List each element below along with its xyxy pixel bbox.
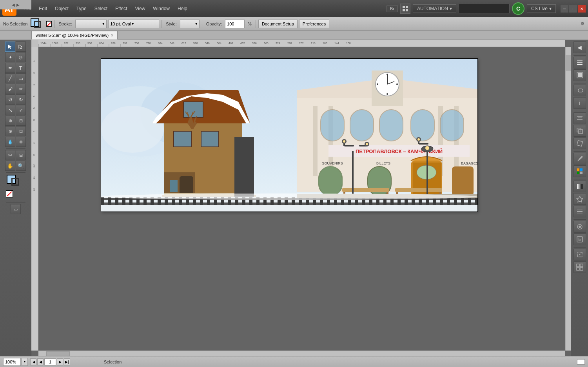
last-page-button[interactable]: ▶| <box>64 358 70 365</box>
stroke-color[interactable] <box>34 21 41 28</box>
color-button[interactable] <box>573 193 586 205</box>
search-input[interactable] <box>459 4 510 13</box>
warp-tool[interactable]: ⤢ <box>16 105 26 115</box>
cs-live-button[interactable]: CS Live ▾ <box>527 4 556 13</box>
window-controls: ─ □ ✕ <box>561 5 586 13</box>
line-tool[interactable]: ╱ <box>5 73 15 83</box>
width-tool[interactable]: ⊕ <box>5 116 15 126</box>
artboards-button[interactable] <box>573 69 586 81</box>
transform-each-button[interactable] <box>573 261 586 273</box>
svg-rect-72 <box>313 106 318 176</box>
maximize-button[interactable]: □ <box>569 5 577 13</box>
right-sep5 <box>573 179 586 179</box>
links-button[interactable] <box>573 85 586 96</box>
svg-text:6: 6 <box>33 119 35 121</box>
document-setup-button[interactable]: Document Setup <box>258 20 298 28</box>
graphic-styles-button[interactable]: fx <box>573 233 586 245</box>
selection-tool[interactable] <box>5 42 15 52</box>
minimize-button[interactable]: ─ <box>561 5 568 13</box>
paintbrush-tool[interactable]: 🖌 <box>5 84 15 94</box>
type-tool[interactable]: T <box>16 63 26 73</box>
none-swatch[interactable] <box>6 190 13 197</box>
reflect-tool[interactable]: ↻ <box>16 94 26 105</box>
appearance-button[interactable] <box>573 221 586 233</box>
direct-selection-tool[interactable] <box>16 42 26 52</box>
svg-text:540: 540 <box>205 42 210 45</box>
magic-wand-tool[interactable]: ✦ <box>5 52 15 62</box>
normal-screen-mode[interactable]: ▭ <box>11 204 21 214</box>
pen-tool[interactable]: ✒ <box>5 63 15 73</box>
page-input[interactable] <box>44 358 56 365</box>
svg-text:576: 576 <box>193 42 198 45</box>
svg-text:324: 324 <box>276 42 280 45</box>
svg-rect-195 <box>578 73 582 77</box>
panel-toggle[interactable]: ⚙ <box>579 20 586 28</box>
pencil-tool[interactable]: ✏ <box>16 84 26 94</box>
swatches-button[interactable] <box>573 165 586 177</box>
next-page-button[interactable]: ▶ <box>57 358 63 365</box>
opacity-input[interactable] <box>225 20 245 28</box>
svg-rect-119 <box>174 131 191 147</box>
pathfinder-button[interactable] <box>573 125 586 137</box>
layers-button[interactable] <box>573 57 586 69</box>
brushes-button[interactable] <box>573 153 586 165</box>
eyedropper-tool[interactable]: 💧 <box>5 137 15 147</box>
menu-type[interactable]: Type <box>73 4 91 13</box>
align-button[interactable] <box>573 112 586 124</box>
gradient-button[interactable] <box>573 181 586 192</box>
scrollbar-thumb-v[interactable] <box>566 55 571 71</box>
menu-window[interactable]: Window <box>149 4 174 13</box>
svg-rect-185 <box>454 197 457 205</box>
mesh-tool[interactable]: ⊞ <box>16 116 26 126</box>
expand-panel-button[interactable]: ◀ <box>573 42 586 53</box>
stroke-panel-button[interactable] <box>573 206 586 217</box>
menu-effect[interactable]: Effect <box>111 4 131 13</box>
brush-dropdown[interactable]: 10 pt. Oval▾ <box>108 20 159 28</box>
scale-tool[interactable]: ⤡ <box>5 105 15 115</box>
svg-rect-78 <box>379 110 403 141</box>
prev-page-button[interactable]: ◀ <box>37 358 44 365</box>
lasso-tool[interactable]: ◎ <box>16 52 26 62</box>
svg-rect-95 <box>342 188 389 192</box>
blend-tool[interactable]: ⊛ <box>5 126 15 136</box>
document-tab[interactable]: winter 5-2.ai* @ 100% (RGB/Preview) × <box>31 31 118 40</box>
menu-help[interactable]: Help <box>174 4 191 13</box>
left-tools-panel: ✦ ◎ ✒ T ╱ ▭ 🖌 ✏ <box>0 40 31 356</box>
menu-view[interactable]: View <box>131 4 149 13</box>
scrollbar-thumb-h[interactable] <box>46 351 70 356</box>
svg-text:12: 12 <box>33 188 35 191</box>
close-button[interactable]: ✕ <box>578 5 586 13</box>
scrollbar-horizontal[interactable] <box>38 351 565 356</box>
first-page-button[interactable]: |◀ <box>30 358 36 365</box>
menu-edit[interactable]: Edit <box>35 4 51 13</box>
hand-tool[interactable]: ✋ <box>5 161 15 171</box>
scissors-tool[interactable]: ✂ <box>5 150 15 160</box>
zoom-tool[interactable]: 🔍 <box>16 161 26 171</box>
workspace-button[interactable]: AUTOMATION ▾ <box>413 4 456 13</box>
style-dropdown[interactable]: ▾ <box>180 20 200 28</box>
rect-tool[interactable]: ▭ <box>16 73 26 83</box>
spray-tool[interactable]: ⊜ <box>16 137 26 147</box>
none-color[interactable] <box>46 21 52 27</box>
tab-close-button[interactable]: × <box>111 33 113 38</box>
right-sep6 <box>573 219 586 220</box>
svg-text:3: 3 <box>33 84 35 85</box>
transform-button[interactable] <box>573 137 586 149</box>
bridge-button[interactable]: Br <box>387 5 398 12</box>
zoom-input[interactable] <box>3 358 21 366</box>
fill-stroke-selector[interactable] <box>31 18 52 29</box>
scrollbar-vertical[interactable] <box>565 47 571 351</box>
info-button[interactable]: i <box>573 97 586 109</box>
zoom-dropdown[interactable]: ▾ <box>22 358 28 366</box>
stroke-swatch[interactable] <box>11 178 19 186</box>
menu-select[interactable]: Select <box>91 4 111 13</box>
move-tool-right[interactable] <box>573 249 586 260</box>
arrange-button[interactable] <box>400 4 410 14</box>
menu-object[interactable]: Object <box>51 4 73 13</box>
slice-tool[interactable]: ⊟ <box>16 150 26 160</box>
rotate-tool[interactable]: ↺ <box>5 94 15 105</box>
chart-tool[interactable]: ⊡ <box>16 126 26 136</box>
stroke-dropdown[interactable]: ▾ <box>75 20 107 28</box>
preferences-button[interactable]: Preferences <box>299 20 329 28</box>
cs-icon[interactable]: C <box>512 2 524 15</box>
